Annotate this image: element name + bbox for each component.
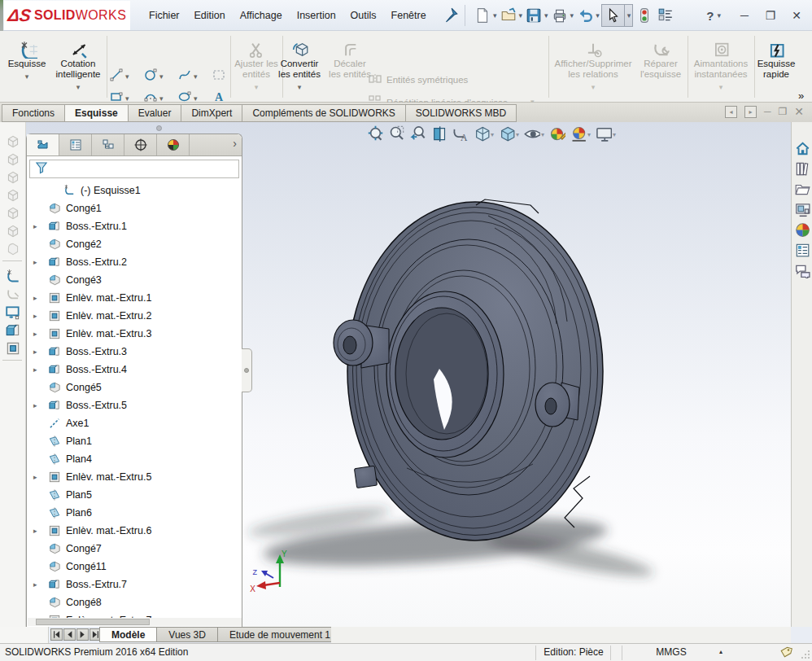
tree-item-boss-extru-2[interactable]: ▸Boss.-Extru.2 [27, 253, 235, 271]
print-button[interactable]: ▾ [550, 6, 574, 25]
rebuild-traffic-light-button[interactable] [635, 6, 654, 25]
collapse-right-pane-icon[interactable]: ▸ [744, 106, 757, 118]
expand-arrow-icon[interactable]: ▸ [33, 473, 37, 481]
expand-arrow-icon[interactable]: ▸ [33, 330, 37, 338]
expand-arrow-icon[interactable]: ▸ [33, 294, 37, 302]
dropdown-caret-icon[interactable]: ▾ [519, 11, 523, 20]
convert-entities-button[interactable]: Convertir les entités ▾ [277, 34, 322, 93]
tree-item-boss-extru-7[interactable]: ▸Boss.-Extru.7 [27, 576, 235, 593]
tree-item-enl-v-mat-extru-3[interactable]: ▸Enlèv. mat.-Extru.3 [27, 325, 235, 343]
tree-item-plan5[interactable]: Plan5 [27, 486, 235, 504]
forum-icon[interactable] [794, 262, 810, 278]
scrollbar-thumb[interactable] [36, 619, 150, 625]
select-tool-button[interactable]: ▾ [601, 4, 634, 27]
sketch-icon[interactable] [5, 269, 21, 285]
trim-entities-button[interactable]: Ajuster les entités ▾ [233, 34, 280, 93]
expand-arrow-icon[interactable]: ▸ [33, 258, 37, 266]
tab-fonctions[interactable]: Fonctions [2, 104, 64, 122]
tree-horizontal-scrollbar[interactable] [28, 618, 242, 626]
resize-grip[interactable] [801, 650, 810, 659]
new-document-button[interactable]: ▾ [473, 6, 497, 25]
tag-icon[interactable] [779, 646, 794, 660]
bottom-tab-vues-3d[interactable]: Vues 3D [157, 627, 218, 642]
tree-item-cong-1[interactable]: Congé1 [27, 199, 235, 217]
tab-esquisse[interactable]: Esquisse [64, 104, 128, 122]
expand-arrow-icon[interactable]: ▸ [33, 580, 37, 589]
repair-sketch-button[interactable]: Réparer l'esquisse [637, 34, 684, 80]
collapse-left-pane-icon[interactable]: ◂ [725, 106, 737, 118]
cut-extrude-icon[interactable] [5, 340, 21, 357]
tree-item-enl-v-mat-extru-1[interactable]: ▸Enlèv. mat.-Extru.1 [27, 289, 235, 307]
units-selector[interactable]: MMGS [626, 646, 716, 658]
propertymanager-tab[interactable] [59, 134, 92, 155]
tree-item-enl-v-mat-extru-2[interactable]: ▸Enlèv. mat.-Extru.2 [27, 307, 235, 325]
doc-restore-button[interactable]: ❐ [779, 106, 788, 117]
tree-item-axe1[interactable]: Axe1 [27, 414, 235, 432]
design-library-icon[interactable] [794, 160, 810, 177]
featuremanager-tree-tab[interactable] [27, 134, 59, 155]
tree-item-cong-8[interactable]: Congé8 [27, 593, 235, 611]
displaymanager-tab[interactable] [157, 134, 190, 155]
close-button[interactable]: ✕ [788, 9, 805, 22]
tree-item-plan1[interactable]: Plan1 [27, 432, 235, 450]
tree-item-cong-2[interactable]: Congé2 [27, 235, 235, 253]
tree-item-enl-v-mat-extru-7[interactable]: ▸Enlèv. mat.-Extru.7 [27, 611, 235, 618]
tree-item--esquisse1[interactable]: (-) Esquisse1 [27, 182, 235, 199]
previous-sheet-button[interactable] [63, 628, 76, 641]
tree-item-cong-5[interactable]: Congé5 [27, 379, 235, 396]
instant-snaps-button[interactable]: Aimantations instantanées ▾ [691, 34, 751, 93]
screen-capture-icon[interactable] [5, 304, 21, 321]
help-button[interactable]: ?▾ [706, 9, 721, 23]
tree-item-plan4[interactable]: Plan4 [27, 450, 235, 468]
dropdown-caret-icon[interactable]: ▾ [624, 5, 631, 26]
bottom-tab-mod-le[interactable]: Modèle [99, 627, 157, 642]
minimize-button[interactable]: ─ [736, 9, 753, 22]
appearances-icon[interactable] [794, 221, 810, 238]
circle-tool-button[interactable]: ▾ [143, 65, 177, 87]
dropdown-caret-icon[interactable]: ▾ [596, 11, 600, 20]
tree-item-boss-extru-5[interactable]: ▸Boss.-Extru.5 [27, 396, 235, 414]
first-sheet-button[interactable] [50, 628, 63, 641]
offset-entities-button[interactable]: Décaler les entités [327, 34, 373, 80]
expand-arrow-icon[interactable]: ▸ [33, 222, 37, 230]
open-document-button[interactable]: ▾ [499, 6, 523, 25]
tab-compl-ments-de-solidworks[interactable]: Compléments de SOLIDWORKS [242, 104, 404, 122]
menu-fichier[interactable]: Fichier [142, 0, 187, 31]
mirror-entities-button[interactable]: Entités symétriques [368, 72, 468, 88]
dropdown-caret-icon[interactable]: ▾ [570, 11, 574, 20]
configurationmanager-tab[interactable] [92, 134, 124, 155]
options-button[interactable] [656, 6, 675, 25]
custom-properties-icon[interactable] [794, 242, 810, 258]
menu-insertion[interactable]: Insertion [290, 0, 343, 31]
tree-item-enl-v-mat-extru-6[interactable]: ▸Enlèv. mat.-Extru.6 [27, 522, 235, 540]
expand-arrow-icon[interactable]: ▸ [33, 348, 37, 356]
boss-extrude-icon[interactable] [5, 322, 21, 339]
display-delete-relations-button[interactable]: Afficher/Supprimer les relations ▾ [552, 34, 634, 93]
pin-menu-icon[interactable] [442, 7, 460, 24]
expand-arrow-icon[interactable]: ▸ [33, 366, 37, 374]
undo-button[interactable]: ▾ [575, 6, 600, 25]
rapid-sketch-button[interactable]: Esquisse rapide [755, 34, 797, 80]
panel-collapse-handle[interactable] [242, 348, 252, 392]
smart-dimension-button[interactable]: Cotation intelligente ▾ [50, 34, 106, 93]
bottom-tab-etude-de-mouvement-1[interactable]: Etude de mouvement 1 [218, 627, 343, 642]
tree-filter-box[interactable] [29, 160, 239, 178]
doc-close-button[interactable]: ✕ [794, 105, 804, 118]
menu-outils[interactable]: Outils [343, 0, 384, 31]
spline-tool-button[interactable]: ▾ [177, 65, 212, 87]
chevron-expand-icon[interactable]: › [233, 137, 237, 150]
file-explorer-icon[interactable] [794, 181, 810, 197]
sketch-button[interactable]: Esquisse ▾ [3, 34, 50, 82]
dropdown-caret-icon[interactable]: ▾ [544, 11, 548, 20]
tree-item-boss-extru-3[interactable]: ▸Boss.-Extru.3 [27, 343, 235, 361]
maximize-button[interactable]: ❐ [762, 9, 779, 22]
dimxpertmanager-tab[interactable] [124, 134, 157, 155]
tab-evaluer[interactable]: Evaluer [128, 104, 181, 122]
menu-affichage[interactable]: Affichage [233, 0, 290, 31]
tree-item-boss-extru-4[interactable]: ▸Boss.-Extru.4 [27, 361, 235, 379]
tree-item-enl-v-mat-extru-5[interactable]: ▸Enlèv. mat.-Extru.5 [27, 468, 235, 486]
doc-minimize-button[interactable]: ─ [764, 106, 771, 117]
tree-item-plan6[interactable]: Plan6 [27, 504, 235, 522]
home-icon[interactable] [794, 140, 810, 156]
dropdown-caret-icon[interactable]: ▾ [493, 11, 497, 20]
